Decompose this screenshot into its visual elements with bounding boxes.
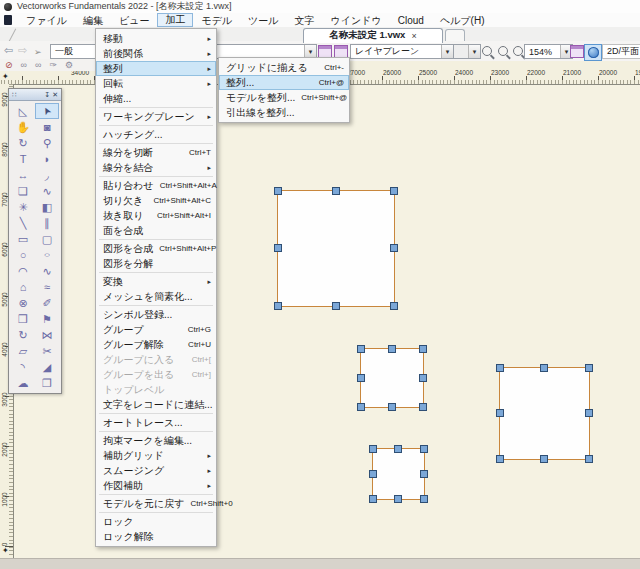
flag-tool[interactable]: ⚑ (35, 311, 59, 327)
submenu-item[interactable]: モデルを整列...Ctrl+Shift+@ (219, 90, 349, 105)
selection-handle[interactable] (390, 302, 398, 310)
dimension-tool[interactable]: ↔ (11, 167, 35, 183)
selection-handle[interactable] (585, 364, 593, 372)
circle-tool[interactable]: ○ (11, 247, 35, 263)
menu-item[interactable]: 移動▸ (96, 31, 216, 46)
menubar-item-text[interactable]: 文字 (287, 14, 323, 27)
menu-item[interactable]: 切り欠きCtrl+Shift+Alt+C (96, 193, 216, 208)
selection-handle[interactable] (496, 455, 504, 463)
snap-smart-icon[interactable]: ⚙ (65, 60, 73, 70)
menubar-item-file[interactable]: ファイル (18, 14, 75, 27)
forward-icon[interactable]: ⇨ (18, 44, 27, 57)
menu-item[interactable]: 伸縮... (96, 91, 216, 106)
arc-tool[interactable]: ◠ (11, 263, 35, 279)
view-mode-combo[interactable]: 2D/平面 (602, 44, 640, 59)
selection-handle[interactable] (540, 364, 548, 372)
menu-item[interactable]: オートトレース... (96, 415, 216, 430)
saved-view-icon[interactable] (570, 45, 584, 58)
menu-item[interactable]: グループCtrl+G (96, 322, 216, 337)
tab-close-icon[interactable]: × (411, 31, 416, 41)
menu-item[interactable]: ワーキングプレーン▸ (96, 109, 216, 124)
menu-item[interactable]: ロック解除 (96, 529, 216, 544)
unified-view-button[interactable] (584, 44, 602, 61)
palette-pin-icon[interactable]: ↧ (44, 91, 50, 99)
scissors-tool[interactable]: ✂ (35, 343, 59, 359)
selection-handle[interactable] (390, 244, 398, 252)
selection-handle[interactable] (496, 409, 504, 417)
menu-item[interactable]: シンボル登録... (96, 307, 216, 322)
menu-item[interactable]: 図形を分解 (96, 256, 216, 271)
rotate-tool[interactable]: ↻ (11, 327, 35, 343)
spline-tool[interactable]: ∿ (35, 263, 59, 279)
selection-handle[interactable] (419, 345, 427, 353)
menu-item[interactable]: ロック (96, 514, 216, 529)
dropdown-arrow-icon[interactable]: ▾ (468, 45, 480, 58)
selection-handle[interactable] (274, 244, 282, 252)
rectangle-object[interactable] (360, 348, 424, 408)
rectangle-object[interactable] (277, 190, 395, 307)
magnify-tool[interactable]: ⚲ (35, 135, 59, 151)
selection-handle[interactable] (585, 409, 593, 417)
selection-handle[interactable] (369, 495, 377, 503)
menubar-item-cloud[interactable]: Cloud (390, 14, 432, 27)
menu-item[interactable]: 前後関係▸ (96, 46, 216, 61)
brush-tool[interactable]: ✐ (35, 295, 59, 311)
menu-item[interactable]: 図形を合成Ctrl+Shift+Alt+P (96, 241, 216, 256)
line-tool[interactable]: ╲ (11, 215, 35, 231)
zoom-in-icon[interactable] (513, 46, 523, 56)
pointer-nav-icon[interactable]: ➢ (34, 46, 42, 59)
oval-tool[interactable]: ○ (35, 247, 59, 263)
selection-handle[interactable] (420, 445, 428, 453)
selection-handle[interactable] (496, 364, 504, 372)
selection-handle[interactable] (540, 455, 548, 463)
selection-handle[interactable] (332, 302, 340, 310)
callout-tool[interactable]: ❏ (11, 183, 35, 199)
menu-item[interactable]: 回転▸ (96, 76, 216, 91)
curve-tool[interactable]: ∿ (35, 183, 59, 199)
polygon-tool[interactable]: ⌂ (11, 279, 35, 295)
snapshot-tool[interactable]: ◙ (35, 119, 59, 135)
arc-segment-tool[interactable]: ◗ (35, 151, 59, 167)
selection-handle[interactable] (274, 302, 282, 310)
freeform-tool[interactable]: ☁ (11, 375, 35, 391)
selection-handle[interactable] (419, 403, 427, 411)
menu-item[interactable]: 拘束マークを編集... (96, 433, 216, 448)
menu-item[interactable]: 文字をレコードに連結... (96, 397, 216, 412)
polyline-tool[interactable]: ≈ (35, 279, 59, 295)
fillet-tool[interactable]: ◝ (11, 359, 35, 375)
menu-item[interactable]: ハッチング... (96, 127, 216, 142)
selection-handle[interactable] (274, 187, 282, 195)
pan-tool[interactable]: ✋ (11, 119, 35, 135)
menu-item[interactable]: トップレベル (96, 382, 216, 397)
menu-item[interactable]: 変換▸ (96, 274, 216, 289)
dropdown-arrow-icon[interactable]: ▾ (441, 45, 453, 58)
menu-item[interactable]: 線分を切断Ctrl+T (96, 145, 216, 160)
palette-title-bar[interactable]: ∷ ↧ ✕ (9, 89, 61, 101)
submenu-item[interactable]: 整列...Ctrl+@ (219, 75, 349, 90)
selection-tool[interactable]: ➤ (35, 103, 59, 119)
menu-item[interactable]: 整列▸ (96, 61, 216, 76)
shear-tool[interactable]: ▱ (11, 343, 35, 359)
menubar-item-modify[interactable]: 加工 (157, 13, 193, 27)
menu-item[interactable]: メッシュを簡素化... (96, 289, 216, 304)
zoom-level-combo[interactable]: 154% ▾ (524, 44, 573, 59)
selection-handle[interactable] (357, 403, 365, 411)
selection-handle[interactable] (390, 187, 398, 195)
layer-combo[interactable]: レイヤプレーン ▾ (350, 44, 454, 59)
selection-handle[interactable] (394, 495, 402, 503)
selection-handle[interactable] (369, 470, 377, 478)
document-tab[interactable]: 名称未設定 1.vwx × (303, 28, 443, 43)
snap-grid-icon[interactable]: ∞ (21, 60, 27, 70)
menu-item[interactable]: スムージング▸ (96, 463, 216, 478)
selection-handle[interactable] (419, 374, 427, 382)
selection-handle[interactable] (369, 445, 377, 453)
rectangle-tool[interactable]: ▭ (11, 231, 35, 247)
menu-item[interactable]: グループを出るCtrl+] (96, 367, 216, 382)
lasso-tool[interactable]: ◺ (11, 103, 35, 119)
selection-handle[interactable] (420, 495, 428, 503)
menubar-item-tool[interactable]: ツール (240, 14, 286, 27)
menubar-item-help[interactable]: ヘルプ(H) (432, 14, 493, 27)
selection-handle[interactable] (388, 403, 396, 411)
palette-close-icon[interactable]: ✕ (52, 91, 58, 99)
menubar-item-view[interactable]: ビュー (111, 14, 157, 27)
